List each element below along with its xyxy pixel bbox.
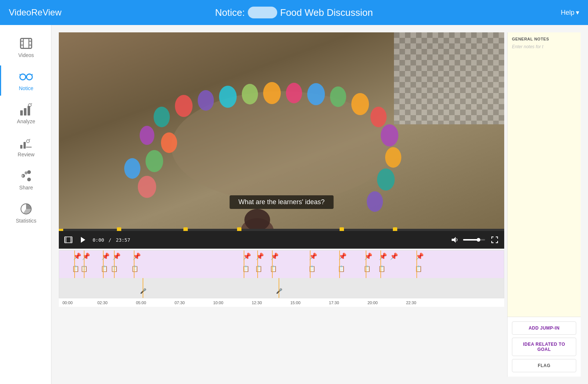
svg-point-35 (198, 90, 214, 111)
svg-text:📌: 📌 (256, 252, 264, 260)
ts-2000: 20:00 (368, 301, 378, 305)
fullscreen-button[interactable] (490, 235, 500, 245)
glasses-icon (19, 70, 33, 83)
ts-1730: 17:30 (329, 301, 339, 305)
svg-rect-0 (21, 39, 32, 49)
ts-0730: 07:30 (175, 301, 185, 305)
play-button[interactable] (78, 235, 88, 245)
svg-text:📋: 📋 (101, 265, 108, 272)
video-player[interactable]: What are the learners' ideas? (59, 32, 504, 231)
seekbar-marker-1 (117, 227, 121, 231)
sidebar: Videos Notice Analyze (0, 25, 51, 384)
action-section: ADD JUMP-IN IDEA RELATED TO GOAL FLAG (508, 317, 581, 377)
svg-marker-60 (452, 237, 456, 243)
notes-placeholder[interactable]: Enter notes for t (512, 44, 576, 49)
sidebar-share-label: Share (19, 185, 33, 191)
svg-point-28 (138, 176, 156, 198)
notes-title: GENERAL NOTES (512, 37, 576, 41)
page-title: Notice: Food Web Discussion (215, 7, 373, 18)
idea-related-button[interactable]: IDEA RELATED TO GOAL (512, 338, 576, 356)
svg-text:📌: 📌 (101, 252, 110, 260)
help-button[interactable]: Help ▾ (561, 8, 579, 17)
flag-button[interactable]: FLAG (512, 359, 576, 372)
svg-rect-14 (28, 106, 30, 115)
right-panel: GENERAL NOTES Enter notes for t ADD JUMP… (507, 32, 581, 377)
video-controls: 0:00 / 23:57 (59, 231, 504, 249)
svg-point-41 (330, 86, 346, 107)
volume-slider[interactable] (463, 239, 485, 241)
svg-point-49 (244, 209, 270, 231)
statistics-icon (19, 202, 33, 216)
svg-point-26 (21, 175, 24, 177)
ts-0230: 02:30 (97, 301, 108, 305)
svg-point-8 (26, 74, 32, 80)
sidebar-item-statistics[interactable]: Statistics (0, 198, 51, 228)
svg-text:📌: 📌 (379, 252, 387, 260)
svg-text:📌: 📌 (364, 252, 373, 260)
video-wrapper: What are the learners' ideas? (59, 32, 504, 377)
svg-text:📋: 📋 (363, 265, 371, 272)
play-icon (80, 237, 86, 243)
user-avatar-blur (248, 7, 277, 18)
svg-text:📌: 📌 (390, 252, 398, 260)
timestamps-svg: 00:00 02:30 05:00 07:30 10:00 12:30 15:0… (59, 298, 504, 307)
help-chevron-icon: ▾ (576, 8, 579, 17)
filmstrip-button[interactable] (63, 235, 74, 245)
time-current: 0:00 (93, 237, 104, 243)
time-separator: / (108, 237, 111, 243)
svg-point-34 (175, 95, 193, 117)
sidebar-item-notice[interactable]: Notice (0, 65, 51, 96)
main-content: What are the learners' ideas? (51, 25, 588, 384)
svg-text:📋: 📋 (378, 265, 386, 272)
sidebar-item-videos[interactable]: Videos (0, 32, 51, 63)
sidebar-item-analyze[interactable]: Analyze (0, 99, 51, 129)
volume-button[interactable] (450, 235, 460, 245)
add-jump-in-button[interactable]: ADD JUMP-IN (512, 321, 576, 335)
timeline-flags-svg: 🎤 🎤 (59, 278, 504, 298)
svg-point-47 (367, 191, 383, 212)
svg-text:📌: 📌 (112, 252, 121, 260)
sidebar-item-share[interactable]: Share (0, 165, 51, 195)
app-logo: VideoReView (9, 7, 61, 18)
svg-rect-13 (24, 108, 26, 115)
video-seekbar-container[interactable] (59, 229, 504, 231)
volume-fill (463, 239, 478, 241)
seekbar-marker-3 (237, 227, 241, 231)
sidebar-item-review[interactable]: Review (0, 132, 51, 162)
svg-point-7 (20, 74, 26, 80)
svg-marker-59 (81, 237, 85, 243)
svg-rect-17 (20, 145, 22, 149)
video-frame: What are the learners' ideas? (59, 32, 504, 231)
ts-1500: 15:00 (290, 301, 301, 305)
svg-text:📌: 📌 (270, 252, 279, 260)
svg-text:📋: 📋 (72, 265, 79, 272)
svg-point-44 (381, 124, 398, 146)
volume-thumb (477, 238, 480, 242)
svg-text:📋: 📋 (338, 265, 345, 272)
svg-text:📋: 📋 (308, 265, 316, 272)
review-icon (19, 136, 33, 149)
timeline-annotations-row: 📌 📌 📌 📌 📌 📌 📌 📌 📌 📌 📌 📌 (59, 250, 504, 278)
svg-rect-12 (20, 110, 23, 115)
svg-point-23 (27, 170, 31, 174)
notes-section: GENERAL NOTES Enter notes for t (508, 32, 581, 317)
share-icon (19, 169, 33, 182)
seekbar-marker-5 (393, 227, 397, 231)
svg-point-40 (307, 83, 325, 105)
ts-0000: 00:00 (62, 301, 73, 305)
seekbar-marker-2 (183, 227, 188, 231)
film-icon (19, 37, 33, 50)
svg-point-25 (25, 171, 28, 174)
timeline-area[interactable]: 📌 📌 📌 📌 📌 📌 📌 📌 📌 📌 📌 📌 (59, 250, 504, 298)
ts-2230: 22:30 (406, 301, 416, 305)
sidebar-notice-label: Notice (19, 85, 33, 91)
svg-point-46 (377, 168, 395, 191)
svg-line-16 (31, 103, 32, 104)
main-layout: Videos Notice Analyze (0, 25, 588, 384)
sidebar-analyze-label: Analyze (17, 118, 35, 124)
svg-point-39 (286, 83, 302, 103)
svg-text:📌: 📌 (82, 252, 90, 260)
help-label: Help (561, 9, 574, 17)
volume-control[interactable] (450, 235, 485, 245)
svg-point-33 (154, 107, 170, 127)
